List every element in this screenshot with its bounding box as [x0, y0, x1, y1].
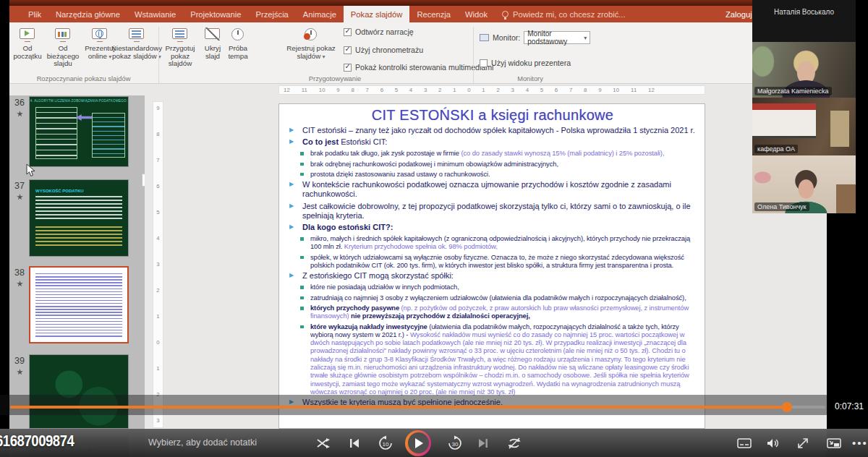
slide-bullet: brak odrębnej rachunkowości podatkowej i…: [288, 160, 697, 168]
tell-me-label: Powiedz mi, co chcesz zrobić...: [513, 10, 625, 19]
tab-animacje[interactable]: Animacje: [296, 6, 344, 22]
checkbox-presenter-view[interactable]: Użyj widoku prezentera: [480, 59, 571, 67]
animation-star-icon: [17, 369, 23, 375]
window-titlebar: [9, 0, 827, 6]
tab-narzedzia-glowne[interactable]: Narzędzia główne: [48, 6, 127, 22]
notes-placeholder[interactable]: Wybierz, aby dodać notatki: [148, 437, 257, 448]
monitor-row: Monitor: Monitor podstawowy ▾: [480, 31, 590, 44]
group-label-monitors: Monitory: [472, 75, 588, 82]
slide-number: 36: [14, 98, 30, 117]
slide-title: CIT ESTOŃSKI a księgi rachunkowe: [288, 107, 697, 124]
setup-slideshow-button[interactable]: Przygotuj pokaz slajdów: [161, 25, 199, 68]
player-control-bar: Wybierz, aby dodać notatki 10: [0, 429, 868, 457]
slide-number: 37: [14, 181, 30, 200]
mouse-cursor: [26, 163, 35, 180]
repeat-off-button[interactable]: [505, 429, 524, 457]
rewind-10-button[interactable]: 10: [376, 429, 395, 457]
rehearse-timings-button[interactable]: Próba tempa: [225, 25, 251, 60]
powerpoint-window: Plik Narzędzia główne Wstawianie Projekt…: [9, 0, 827, 457]
stopwatch-icon: [229, 26, 247, 43]
seek-bar[interactable]: [10, 406, 825, 409]
forward-30-button[interactable]: 30: [446, 429, 464, 457]
participant-name: Олена Тивончук: [754, 202, 809, 211]
slide-bullet: mikro, małych i średnich spółek kapitało…: [288, 234, 697, 251]
thumb-text-lines: [35, 226, 122, 248]
participant-tile-video[interactable]: Олена Тивончук: [752, 155, 856, 213]
participant-name: Małgorzata Kamieniecka: [754, 87, 832, 95]
tab-recenzja[interactable]: Recenzja: [409, 6, 458, 22]
shuffle-button[interactable]: [314, 429, 333, 457]
thumb-text-lines: [35, 273, 122, 338]
checkbox-show-media-controls[interactable]: Pokaż kontrolki sterowania multimediami: [344, 63, 493, 72]
custom-slideshow-icon: [127, 26, 146, 43]
checkbox-icon: [480, 59, 488, 67]
thumbnail-slide-37[interactable]: WYSOKOŚĆ PODATKU: [29, 179, 129, 257]
setup-slideshow-icon: [171, 26, 190, 43]
slide-number: 39: [14, 356, 30, 375]
slide-bullet: brak podatku tak długo, jak zysk pozosta…: [288, 149, 697, 157]
tab-przejscia[interactable]: Przejścia: [248, 6, 295, 22]
slide-bullet: których przychody pasywne (np. z pożytkó…: [288, 304, 697, 320]
tab-pokaz-slajdow[interactable]: Pokaz slajdów: [344, 6, 410, 22]
slide-bullet: które wykazują nakłady inwestycyjne (uła…: [288, 323, 697, 396]
thumb-pattern: [30, 355, 128, 428]
custom-slideshow-button[interactable]: Niestandardowy pokaz slajdów: [118, 25, 156, 60]
participant-tile-video[interactable]: Małgorzata Kamieniecka: [752, 42, 856, 98]
slide-bullet: CIT estoński – znany też jako ryczałt od…: [288, 126, 697, 135]
participant-tile-video[interactable]: кафедра ОА: [752, 98, 856, 155]
slide-bullet: spółek, w których udziałowcami są wyłącz…: [288, 253, 697, 270]
play-button-ring: [405, 430, 431, 456]
thumb-text-lines: [35, 196, 122, 221]
participant-tile-camera-off[interactable]: Наталія Воськало: [752, 0, 856, 42]
checkbox-use-timings[interactable]: Użyj chronometrażu: [344, 46, 423, 54]
screen: Plik Narzędzia główne Wstawianie Projekt…: [0, 0, 868, 457]
tab-wstawianie[interactable]: Wstawianie: [127, 6, 183, 22]
captions-button[interactable]: [735, 429, 754, 457]
tab-widok[interactable]: Widok: [458, 6, 495, 22]
checkbox-icon: [344, 64, 352, 72]
previous-button[interactable]: [346, 429, 363, 457]
thumb-arrow-shape: [76, 114, 92, 121]
picture-in-picture-button[interactable]: [825, 429, 843, 457]
slide-bullet: Jest całkowicie dobrowolny, z tej propoz…: [288, 202, 697, 221]
monitor-dropdown[interactable]: Monitor podstawowy ▾: [524, 31, 590, 44]
participant-name: кафедра ОА: [754, 145, 798, 153]
ribbon-tab-bar: Plik Narzędzia główne Wstawianie Projekt…: [9, 6, 827, 22]
tell-me-box[interactable]: Powiedz mi, co chcesz zrobić...: [495, 6, 632, 22]
hide-slide-button[interactable]: Ukryj slajd: [200, 25, 225, 60]
present-online-icon: [90, 26, 109, 43]
fullscreen-button[interactable]: [793, 429, 812, 457]
monitor-icon: [480, 34, 489, 41]
animation-star-icon: [17, 194, 23, 200]
checkbox-icon: [344, 46, 352, 54]
slide-bullet: Co to jest Estoński CIT:: [288, 137, 697, 147]
slide-bullet: które nie posiadają udziałów w innych po…: [288, 283, 697, 291]
horizontal-ruler: 12 11 10 9 8 7 6 5 4 3 2 1 0 1 2 3 4 5 6…: [9, 84, 827, 95]
play-button[interactable]: [405, 429, 431, 457]
participants-panel: Наталія Воськало Małgorzata Kamieniecka …: [752, 0, 856, 213]
tab-projektowanie[interactable]: Projektowanie: [183, 6, 248, 22]
skip-back-amount: 10: [383, 440, 389, 447]
vertical-ruler: 9 8 7 6 5 4 3 2 1 0 1 2 3 4 5 6: [153, 101, 163, 428]
thumb-diagram-right-box: [92, 113, 125, 158]
seek-bar-band: [0, 395, 827, 415]
animation-star-icon: [17, 111, 23, 117]
thumbnail-slide-39[interactable]: [29, 354, 129, 429]
slide-editor[interactable]: CIT ESTOŃSKI a księgi rachunkowe CIT est…: [278, 103, 705, 429]
checkbox-play-narrations[interactable]: Odtwórz narrację: [344, 27, 414, 36]
more-options-button[interactable]: •••: [852, 429, 868, 457]
slide-bullet: W kontekście rachunkowości podatkowej oz…: [288, 180, 697, 199]
tab-plik[interactable]: Plik: [21, 6, 48, 22]
slide-bullet: prostota dzięki zastosowaniu zasad ustaw…: [288, 170, 697, 178]
seek-bar-handle[interactable]: [782, 402, 792, 412]
from-current-slide-button[interactable]: Od bieżącego slajdu: [44, 25, 82, 68]
from-beginning-button[interactable]: Od początku: [12, 25, 43, 60]
animation-star-icon: [17, 281, 23, 287]
volume-button[interactable]: [764, 429, 783, 457]
thumbnail-slide-38-selected[interactable]: [29, 266, 129, 343]
record-slideshow-button[interactable]: Rejestruj pokaz slajdów: [281, 25, 341, 60]
ribbon: Od początku Od bieżącego slajdu Prezentu…: [9, 22, 827, 84]
thumbnail-slide-36[interactable]: 4. ALGORYTM LICZENIA ZOBOWIĄZANIA PODATK…: [29, 96, 129, 167]
next-button[interactable]: [475, 429, 492, 457]
chevron-down-icon: ▾: [584, 35, 587, 41]
